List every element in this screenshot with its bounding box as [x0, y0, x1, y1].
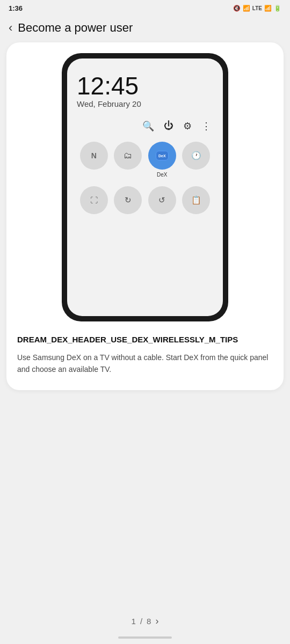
bottom-handle — [118, 636, 172, 639]
lock-screen-time: 12:45 — [77, 74, 213, 98]
quick-tiles-row-2: ⛶ ↻ ↺ 📋 — [77, 186, 213, 214]
content-card: 12:45 Wed, February 20 🔍 ⏻ ⚙ ⋮ N 🗂 — [6, 42, 284, 390]
tile-rotate-wrapper: ↺ — [148, 186, 176, 214]
status-bar: 1:36 🔇 📶 LTE 📶 🔋 — [0, 0, 290, 14]
dex-icon: DeX — [156, 151, 169, 160]
next-page-button[interactable]: › — [155, 616, 158, 627]
tile-clipboard-wrapper: 📋 — [182, 186, 210, 214]
page-separator: / — [140, 617, 142, 626]
quick-tiles-row-1: N 🗂 DeX DeX 🕐 — [77, 142, 213, 178]
tile-dex-label: DeX — [157, 172, 167, 178]
lock-screen-date: Wed, February 20 — [77, 99, 213, 108]
page-current: 1 — [132, 617, 136, 626]
lte-icon: LTE — [252, 5, 262, 11]
tile-clock[interactable]: 🕐 — [182, 142, 210, 170]
tile-screenshot-wrapper: ⛶ — [80, 186, 108, 214]
header: ‹ Become a power user — [0, 14, 290, 42]
phone-mockup: 12:45 Wed, February 20 🔍 ⏻ ⚙ ⋮ N 🗂 — [62, 53, 228, 321]
search-icon[interactable]: 🔍 — [142, 120, 154, 132]
card-description: Use Samsung DeX on a TV without a cable.… — [17, 352, 273, 376]
tile-sync-wrapper: ↻ — [114, 186, 142, 214]
tile-rotate[interactable]: ↺ — [148, 186, 176, 214]
tile-nfc[interactable]: N — [80, 142, 108, 170]
tile-clock-wrapper: 🕐 — [182, 142, 210, 178]
signal-icon: 📶 — [264, 5, 272, 12]
battery-icon: 🔋 — [274, 5, 281, 12]
settings-icon[interactable]: ⚙ — [183, 120, 192, 132]
back-button[interactable]: ‹ — [9, 22, 12, 34]
tile-folder[interactable]: 🗂 — [114, 142, 142, 170]
tile-dex[interactable]: DeX — [148, 142, 176, 170]
pagination: 1 / 8 › — [0, 616, 290, 627]
tile-folder-wrapper: 🗂 — [114, 142, 142, 178]
quick-panel-header: 🔍 ⏻ ⚙ ⋮ — [77, 120, 213, 132]
wifi-icon: 📶 — [243, 5, 250, 12]
page-total: 8 — [147, 617, 151, 626]
tile-clipboard[interactable]: 📋 — [182, 186, 210, 214]
tile-sync[interactable]: ↻ — [114, 186, 142, 214]
power-icon[interactable]: ⏻ — [164, 120, 173, 132]
status-icons: 🔇 📶 LTE 📶 🔋 — [233, 5, 281, 12]
tile-dex-wrapper: DeX DeX — [148, 142, 176, 178]
mute-icon: 🔇 — [233, 5, 241, 12]
more-icon[interactable]: ⋮ — [201, 120, 211, 132]
status-time: 1:36 — [9, 4, 23, 12]
tile-screenshot[interactable]: ⛶ — [80, 186, 108, 214]
card-title: DREAM_DEX_HEADER_USE_DEX_WIRELESSLY_M_TI… — [17, 334, 273, 345]
tile-nfc-wrapper: N — [80, 142, 108, 178]
phone-screen: 12:45 Wed, February 20 🔍 ⏻ ⚙ ⋮ N 🗂 — [67, 58, 223, 316]
page-title: Become a power user — [18, 21, 133, 35]
